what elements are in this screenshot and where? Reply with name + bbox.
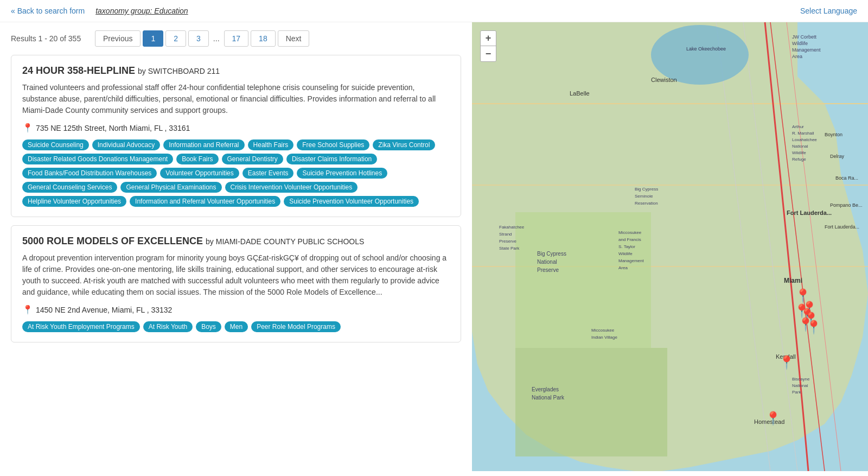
tag[interactable]: Information and Referral (163, 139, 244, 150)
page-3-button[interactable]: 3 (188, 30, 209, 47)
tag[interactable]: Volunteer Opportunities (160, 168, 239, 179)
svg-text:Indian Village: Indian Village (591, 335, 617, 340)
svg-text:Clewiston: Clewiston (651, 77, 677, 83)
svg-text:Seminole: Seminole (635, 194, 653, 199)
result-title-2: 5000 ROLE MODELS OF EXCELLENCE by MIAMI-… (22, 236, 450, 247)
svg-text:Boynton: Boynton (825, 132, 843, 137)
result-desc-1: Trained volunteers and professional staf… (22, 82, 450, 116)
svg-text:Biscayne: Biscayne (792, 377, 810, 382)
svg-text:Miami: Miami (784, 277, 802, 284)
svg-text:Arthur: Arthur (792, 124, 804, 129)
tag[interactable]: Individual Advocacy (92, 139, 160, 150)
result-card-2: 5000 ROLE MODELS OF EXCELLENCE by MIAMI-… (11, 225, 461, 342)
svg-text:Loxahatchee: Loxahatchee (792, 137, 817, 142)
result-tags-1: Suicide Counseling Individual Advocacy I… (22, 139, 450, 207)
page-17-button[interactable]: 17 (224, 30, 249, 47)
select-language-button[interactable]: Select Language (800, 7, 857, 15)
svg-text:Pompano Be...: Pompano Be... (830, 202, 863, 208)
tag[interactable]: General Counseling Services (22, 182, 117, 193)
taxonomy-link[interactable]: taxonomy group: Education (95, 7, 188, 15)
result-address-1: 📍 735 NE 125th Street, North Miami, FL ,… (22, 123, 450, 133)
back-link[interactable]: « Back to search form (11, 7, 85, 15)
tag[interactable]: Free School Supplies (297, 139, 369, 150)
page-2-button[interactable]: 2 (165, 30, 186, 47)
result-name-2: 5000 ROLE MODELS OF EXCELLENCE (22, 236, 203, 246)
tag[interactable]: Book Fairs (176, 154, 218, 164)
result-name-1: 24 HOUR 358-HELPLINE (22, 65, 135, 76)
svg-text:Park: Park (792, 390, 801, 395)
svg-text:Fort Lauderda...: Fort Lauderda... (825, 224, 859, 230)
map-panel: + − Lake (472, 22, 868, 471)
svg-text:S. Taylor: S. Taylor (618, 244, 635, 249)
next-button[interactable]: Next (278, 30, 310, 47)
svg-text:National Park: National Park (532, 395, 565, 401)
pagination-dots: ... (211, 31, 222, 46)
svg-text:R. Marshall: R. Marshall (792, 131, 814, 136)
tag[interactable]: Information and Referral Volunteer Oppor… (130, 196, 280, 207)
map-pin[interactable]: 📍 (765, 410, 781, 426)
tag[interactable]: Disaster Claims Information (286, 154, 377, 164)
tag[interactable]: Disaster Related Goods Donations Managem… (22, 154, 173, 164)
map-svg: Lake Okeechobee Big Cypress National Pre… (472, 22, 868, 471)
tag[interactable]: General Dentistry (222, 154, 283, 164)
map-pin[interactable]: 📍 (806, 319, 822, 335)
svg-text:Delray: Delray (830, 154, 845, 159)
svg-text:Boca Ra...: Boca Ra... (835, 175, 858, 181)
tag[interactable]: Helpline Volunteer Opportunities (22, 196, 126, 207)
svg-text:National: National (792, 144, 808, 149)
svg-point-9 (651, 25, 749, 85)
results-count: Results 1 - 20 of 355 (11, 34, 87, 43)
left-panel: Results 1 - 20 of 355 Previous 1 2 3 ...… (0, 22, 472, 471)
page-18-button[interactable]: 18 (251, 30, 276, 47)
result-title-1: 24 HOUR 358-HELPLINE by SWITCHBOARD 211 (22, 65, 450, 77)
svg-text:JW Corbett: JW Corbett (792, 34, 817, 40)
address-text-1: 735 NE 125th Street, North Miami, FL , 3… (36, 124, 190, 132)
svg-text:Preserve: Preserve (537, 267, 559, 273)
page-1-button[interactable]: 1 (143, 30, 163, 47)
result-address-2: 📍 1450 NE 2nd Avenue, Miami, FL , 33132 (22, 304, 450, 315)
tag[interactable]: At Risk Youth (143, 321, 193, 332)
address-pin-icon-1: 📍 (22, 123, 33, 133)
zoom-out-button[interactable]: − (481, 46, 496, 61)
tag[interactable]: Health Fairs (248, 139, 294, 150)
top-bar-left: « Back to search form taxonomy group: Ed… (11, 7, 188, 15)
svg-text:Big Cypress: Big Cypress (537, 251, 566, 257)
svg-text:Big Cypress: Big Cypress (635, 187, 658, 192)
svg-rect-15 (515, 348, 667, 456)
svg-text:Miccosukee: Miccosukee (618, 230, 642, 235)
address-pin-icon-2: 📍 (22, 304, 33, 315)
svg-text:Refuge: Refuge (792, 157, 806, 162)
tag[interactable]: Crisis Intervention Volunteer Opportunit… (225, 182, 358, 193)
previous-button[interactable]: Previous (95, 30, 141, 47)
tag[interactable]: Peer Role Model Programs (251, 321, 341, 332)
main-layout: Results 1 - 20 of 355 Previous 1 2 3 ...… (0, 22, 868, 471)
pagination: Previous 1 2 3 ... 17 18 Next (95, 30, 309, 47)
tag[interactable]: Boys (196, 321, 221, 332)
map-pin[interactable]: 📍 (778, 354, 795, 370)
result-org-2: by MIAMI-DADE COUNTY PUBLIC SCHOOLS (206, 237, 364, 246)
svg-text:Wildlife: Wildlife (618, 251, 633, 256)
tag[interactable]: At Risk Youth Employment Programs (22, 321, 140, 332)
tag[interactable]: Suicide Counseling (22, 139, 89, 150)
tag[interactable]: General Physical Examinations (120, 182, 221, 193)
svg-text:National: National (537, 259, 557, 265)
tag[interactable]: Zika Virus Control (373, 139, 435, 150)
map-pin[interactable]: 📍 (794, 303, 810, 319)
svg-text:Wildlife: Wildlife (792, 150, 806, 155)
svg-text:Reservation: Reservation (635, 201, 658, 206)
svg-text:Everglades: Everglades (532, 386, 559, 392)
svg-text:Lake Okeechobee: Lake Okeechobee (686, 46, 726, 52)
svg-text:Preserve: Preserve (499, 239, 517, 244)
tag[interactable]: Food Banks/Food Distribution Warehouses (22, 168, 157, 179)
svg-text:National: National (792, 383, 808, 388)
tag[interactable]: Men (225, 321, 248, 332)
svg-text:Miccosukee: Miccosukee (591, 328, 615, 333)
svg-text:Management: Management (618, 258, 644, 263)
tag[interactable]: Suicide Prevention Volunteer Opportuniti… (284, 196, 419, 207)
tag[interactable]: Suicide Prevention Hotlines (297, 168, 387, 179)
zoom-in-button[interactable]: + (481, 31, 496, 46)
tag[interactable]: Easter Events (242, 168, 294, 179)
result-desc-2: A dropout prevention intervention progra… (22, 252, 450, 298)
svg-text:Fakahatchee: Fakahatchee (499, 225, 525, 230)
svg-text:State Park: State Park (499, 246, 520, 251)
